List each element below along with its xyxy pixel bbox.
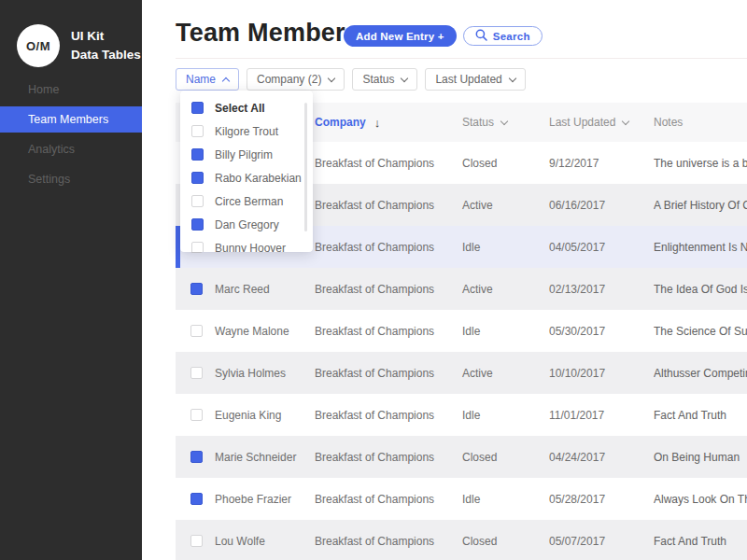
chevron-down-icon (401, 74, 408, 81)
option-checkbox[interactable] (191, 172, 204, 184)
option-label: Billy Pilgrim (215, 148, 273, 161)
table-row[interactable]: Lou Wolfe Breakfast of Champions Closed … (176, 520, 747, 560)
chevron-down-icon (500, 117, 508, 124)
column-header-notes: Notes (654, 116, 747, 129)
sidebar-item-analytics[interactable]: Analytics (0, 136, 142, 162)
dropdown-option-select-all[interactable]: Select All (180, 96, 313, 119)
chevron-down-icon (622, 117, 629, 124)
option-checkbox[interactable] (191, 218, 204, 231)
option-label: Select All (215, 102, 265, 115)
sidebar-item-home[interactable]: Home (0, 77, 142, 103)
cell-last-updated: 05/30/2017 (549, 325, 654, 338)
cell-last-updated: 04/24/2017 (549, 451, 654, 464)
column-header-company[interactable]: Company ↓ (315, 116, 462, 130)
cell-last-updated: 05/28/2017 (549, 493, 654, 506)
table-row[interactable]: Phoebe Frazier Breakfast of Champions Id… (176, 478, 747, 520)
sidebar-item-team-members[interactable]: Team Members (0, 106, 142, 133)
row-checkbox[interactable] (190, 325, 203, 337)
cell-status: Idle (462, 241, 549, 254)
dropdown-option-rabo-karabekian[interactable]: Rabo Karabekian (180, 166, 313, 189)
cell-company: Breakfast of Champions (315, 199, 462, 212)
app-window: O/M UI Kit Data Tables Home Team Members… (0, 0, 747, 560)
row-checkbox[interactable] (190, 493, 203, 505)
cell-notes: The Science Of Supers (654, 325, 747, 338)
option-checkbox[interactable] (191, 148, 204, 161)
filter-chip-status[interactable]: Status (352, 68, 417, 91)
sidebar-nav: Home Team Members Analytics Settings (0, 77, 142, 196)
table-row[interactable]: Marie Schneider Breakfast of Champions C… (176, 436, 747, 478)
name-filter-dropdown: Select All Kilgore Trout Billy Pilgrim R… (180, 91, 313, 252)
header-divider (176, 58, 747, 59)
dropdown-option-billy-pilgrim[interactable]: Billy Pilgrim (180, 143, 313, 166)
sidebar: O/M UI Kit Data Tables Home Team Members… (0, 0, 142, 560)
cell-status: Active (462, 199, 549, 212)
cell-notes: A Brief History Of Crea (654, 199, 747, 212)
cell-notes: On Being Human (654, 451, 747, 464)
option-checkbox[interactable] (191, 242, 204, 252)
sidebar-item-label: Team Members (28, 113, 108, 126)
cell-notes: Althusser Competing I (654, 367, 747, 380)
chevron-down-icon (328, 74, 335, 81)
row-checkbox[interactable] (190, 535, 203, 547)
cell-notes: Fact And Truth (654, 409, 747, 422)
search-button[interactable]: Search (463, 26, 543, 46)
cell-last-updated: 11/01/2017 (549, 409, 654, 422)
option-checkbox[interactable] (191, 102, 204, 114)
sidebar-item-label: Analytics (28, 143, 75, 156)
sidebar-item-label: Settings (28, 173, 70, 186)
cell-company: Breakfast of Champions (315, 493, 462, 506)
cell-name: Lou Wolfe (215, 535, 315, 548)
add-new-entry-button[interactable]: Add New Entry + (344, 25, 457, 47)
dropdown-option-bunny-hoover[interactable]: Bunny Hoover (180, 236, 313, 252)
table-row[interactable]: Wayne Malone Breakfast of Champions Idle… (176, 310, 747, 352)
cell-last-updated: 05/07/2017 (549, 535, 654, 548)
dropdown-scrollbar[interactable] (304, 103, 307, 231)
row-checkbox[interactable] (190, 283, 203, 295)
option-checkbox[interactable] (191, 125, 204, 137)
column-header-status[interactable]: Status (462, 116, 549, 129)
filter-chip-company-2[interactable]: Company (2) (247, 68, 345, 91)
cell-last-updated: 02/13/2017 (549, 283, 654, 296)
option-label: Circe Berman (215, 195, 283, 208)
row-checkbox[interactable] (190, 367, 203, 379)
table-row[interactable]: Marc Reed Breakfast of Champions Active … (176, 268, 747, 310)
filter-chip-name[interactable]: Name (176, 68, 239, 91)
app-title: UI Kit Data Tables (71, 27, 141, 63)
cell-status: Closed (462, 157, 549, 170)
cell-notes: Always Look On The B (654, 493, 747, 506)
row-checkbox[interactable] (190, 451, 203, 463)
option-checkbox[interactable] (191, 195, 204, 207)
search-button-label: Search (493, 31, 530, 42)
column-header-notes-label: Notes (654, 116, 683, 129)
dropdown-option-dan-gregory[interactable]: Dan Gregory (180, 213, 313, 236)
row-checkbox[interactable] (190, 409, 203, 421)
column-header-status-label: Status (462, 116, 494, 129)
table-row[interactable]: Eugenia King Breakfast of Champions Idle… (176, 394, 747, 436)
chevron-down-icon (509, 74, 516, 81)
filter-chip-last-updated[interactable]: Last Updated (425, 68, 525, 91)
cell-last-updated: 04/05/2017 (549, 241, 654, 254)
cell-status: Idle (462, 325, 549, 338)
name-filter-options: Select All Kilgore Trout Billy Pilgrim R… (180, 91, 313, 252)
cell-name: Phoebe Frazier (215, 493, 315, 506)
app-title-line2: Data Tables (71, 46, 141, 64)
page-title: Team Members (176, 19, 359, 48)
cell-company: Breakfast of Champions (315, 325, 462, 338)
cell-name: Sylvia Holmes (215, 367, 315, 380)
cell-notes: Enlightenment Is Not J (654, 241, 747, 254)
sidebar-item-settings[interactable]: Settings (0, 166, 142, 192)
cell-last-updated: 10/10/2017 (549, 367, 654, 380)
dropdown-option-kilgore-trout[interactable]: Kilgore Trout (180, 119, 313, 143)
cell-company: Breakfast of Champions (315, 367, 462, 380)
dropdown-option-circe-berman[interactable]: Circe Berman (180, 189, 313, 213)
table-row[interactable]: Sylvia Holmes Breakfast of Champions Act… (176, 352, 747, 394)
cell-company: Breakfast of Champions (315, 535, 462, 548)
option-label: Dan Gregory (215, 218, 279, 231)
filter-chip-label: Status (362, 73, 394, 86)
cell-last-updated: 9/12/2017 (549, 157, 654, 170)
chevron-up-icon (222, 77, 230, 84)
option-label: Rabo Karabekian (215, 172, 302, 185)
cell-status: Closed (462, 451, 549, 464)
cell-company: Breakfast of Champions (315, 451, 462, 464)
column-header-last-updated[interactable]: Last Updated (549, 116, 654, 129)
